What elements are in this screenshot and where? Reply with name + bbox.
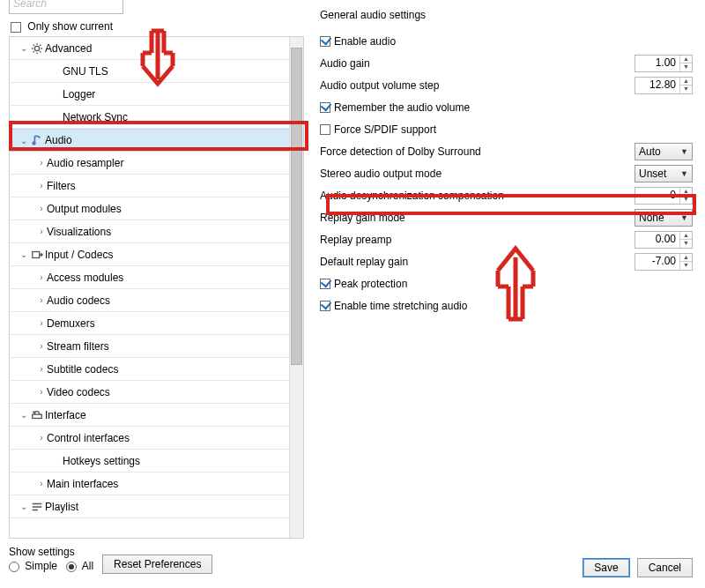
dolby-label: Force detection of Dolby Surround	[320, 145, 634, 158]
expand-arrow-icon[interactable]: ›	[36, 318, 47, 328]
show-settings-label: Show settings	[9, 546, 93, 558]
force-spdif-checkbox[interactable]	[320, 124, 330, 135]
tree-item-label: Interface	[45, 409, 303, 421]
dolby-dropdown[interactable]: Auto ▼	[634, 143, 693, 160]
spinner-icon[interactable]: ▲▼	[679, 254, 692, 270]
svg-rect-2	[33, 251, 40, 257]
tree-item-filters[interactable]: ›Filters	[10, 175, 303, 197]
expand-arrow-icon[interactable]: ⌄	[19, 410, 29, 420]
dolby-value: Auto	[639, 145, 680, 158]
tree-item-label: Playlist	[45, 501, 303, 513]
expand-arrow-icon[interactable]: ›	[36, 479, 47, 488]
tree-item-label: Stream filters	[47, 340, 303, 353]
replay-preamp-input[interactable]: 0.00 ▲▼	[634, 231, 693, 249]
expand-arrow-icon[interactable]: ›	[36, 204, 47, 213]
radio-simple[interactable]	[9, 562, 19, 572]
enable-audio-label: Enable audio	[334, 35, 396, 48]
expand-arrow-icon[interactable]: ⌄	[19, 502, 29, 511]
stereo-dropdown[interactable]: Unset ▼	[634, 165, 693, 182]
tree-item-visualizations[interactable]: ›Visualizations	[10, 220, 303, 243]
tree-item-input-codecs[interactable]: ⌄Input / Codecs	[10, 243, 303, 266]
tree-item-logger[interactable]: Logger	[10, 83, 303, 106]
default-gain-value: -7.00	[635, 254, 679, 270]
only-show-current-label: Only show current	[27, 20, 113, 33]
search-input[interactable]: Search	[9, 0, 123, 14]
enable-audio-checkbox[interactable]	[320, 36, 330, 47]
tree-item-advanced[interactable]: ⌄Advanced	[10, 37, 303, 60]
desync-input[interactable]: 0 ▲▼	[634, 187, 693, 205]
reset-preferences-button[interactable]: Reset Preferences	[102, 555, 212, 574]
expand-arrow-icon[interactable]: ›	[36, 433, 47, 443]
expand-arrow-icon[interactable]: ⌄	[19, 43, 29, 53]
tree-item-label: GNU TLS	[63, 65, 303, 78]
tree-item-interface[interactable]: ⌄Interface	[10, 404, 303, 427]
desync-label: Audio desynchronization compensation	[320, 190, 634, 202]
expand-arrow-icon[interactable]: ›	[36, 272, 47, 282]
remember-volume-checkbox[interactable]	[320, 102, 330, 113]
time-stretching-checkbox[interactable]	[320, 301, 330, 311]
svg-point-4	[33, 411, 35, 413]
only-show-current-checkbox[interactable]	[11, 22, 21, 33]
expand-arrow-icon[interactable]: ›	[36, 227, 47, 236]
expand-arrow-icon[interactable]: ›	[36, 158, 47, 167]
replay-mode-value: None	[639, 212, 680, 224]
radio-all[interactable]	[66, 562, 77, 572]
tree-item-label: Output modules	[47, 203, 303, 215]
section-title: General audio settings	[320, 9, 693, 21]
tree-item-label: Audio codecs	[47, 294, 303, 307]
audio-gain-input[interactable]: 1.00 ▲▼	[634, 55, 693, 72]
tree-item-access-modules[interactable]: ›Access modules	[10, 266, 303, 289]
tree-item-audio-codecs[interactable]: ›Audio codecs	[10, 289, 303, 312]
tree-item-main-interfaces[interactable]: ›Main interfaces	[10, 473, 303, 495]
tree-scrollbar[interactable]	[289, 37, 303, 538]
save-button[interactable]: Save	[583, 558, 629, 577]
replay-mode-label: Replay gain mode	[320, 212, 634, 224]
tree-item-playlist[interactable]: ⌄Playlist	[10, 495, 303, 518]
replay-preamp-label: Replay preamp	[320, 234, 634, 246]
spinner-icon[interactable]: ▲▼	[679, 232, 692, 248]
tree-item-audio[interactable]: ⌄Audio	[10, 129, 303, 152]
chevron-down-icon: ▼	[680, 147, 688, 156]
stereo-value: Unset	[639, 167, 680, 180]
cancel-button[interactable]: Cancel	[637, 558, 693, 577]
remember-volume-label: Remember the audio volume	[334, 101, 470, 114]
expand-arrow-icon[interactable]: ⌄	[19, 136, 29, 145]
spinner-icon[interactable]: ▲▼	[679, 56, 692, 71]
tree-item-subtitle-codecs[interactable]: ›Subtitle codecs	[10, 358, 303, 381]
tree-item-stream-filters[interactable]: ›Stream filters	[10, 335, 303, 358]
replay-mode-dropdown[interactable]: None ▼	[634, 209, 693, 227]
tree-item-network-sync[interactable]: Network Sync	[10, 106, 303, 129]
radio-all-label: All	[82, 560, 93, 572]
expand-arrow-icon[interactable]: ›	[36, 341, 47, 351]
input-icon	[29, 248, 45, 262]
expand-arrow-icon[interactable]: ›	[36, 295, 47, 305]
svg-rect-3	[33, 414, 42, 418]
tree-item-control-interfaces[interactable]: ›Control interfaces	[10, 427, 303, 450]
tree-item-video-codecs[interactable]: ›Video codecs	[10, 381, 303, 404]
expand-arrow-icon[interactable]: ›	[36, 364, 47, 374]
spinner-icon[interactable]: ▲▼	[679, 78, 692, 93]
tree-item-gnu-tls[interactable]: GNU TLS	[10, 60, 303, 83]
tree-item-audio-resampler[interactable]: ›Audio resampler	[10, 152, 303, 175]
tree-item-output-modules[interactable]: ›Output modules	[10, 197, 303, 220]
svg-point-1	[32, 141, 35, 145]
svg-point-0	[34, 46, 39, 50]
tree-item-label: Filters	[47, 180, 303, 192]
tree-item-label: Advanced	[45, 42, 303, 55]
tree-item-demuxers[interactable]: ›Demuxers	[10, 312, 303, 335]
tree-item-label: Network Sync	[63, 111, 303, 123]
peak-protection-label: Peak protection	[334, 278, 407, 290]
audio-icon	[29, 133, 45, 147]
tree-item-hotkeys-settings[interactable]: Hotkeys settings	[10, 450, 303, 473]
time-stretching-label: Enable time stretching audio	[334, 300, 467, 312]
volume-step-input[interactable]: 12.80 ▲▼	[634, 77, 693, 94]
default-gain-label: Default replay gain	[320, 256, 634, 268]
spinner-icon[interactable]: ▲▼	[679, 188, 692, 204]
volume-step-value: 12.80	[635, 78, 679, 93]
volume-step-label: Audio output volume step	[320, 79, 634, 92]
expand-arrow-icon[interactable]: ›	[36, 181, 47, 190]
peak-protection-checkbox[interactable]	[320, 279, 330, 289]
expand-arrow-icon[interactable]: ⌄	[19, 249, 29, 259]
default-gain-input[interactable]: -7.00 ▲▼	[634, 253, 693, 271]
expand-arrow-icon[interactable]: ›	[36, 387, 47, 397]
